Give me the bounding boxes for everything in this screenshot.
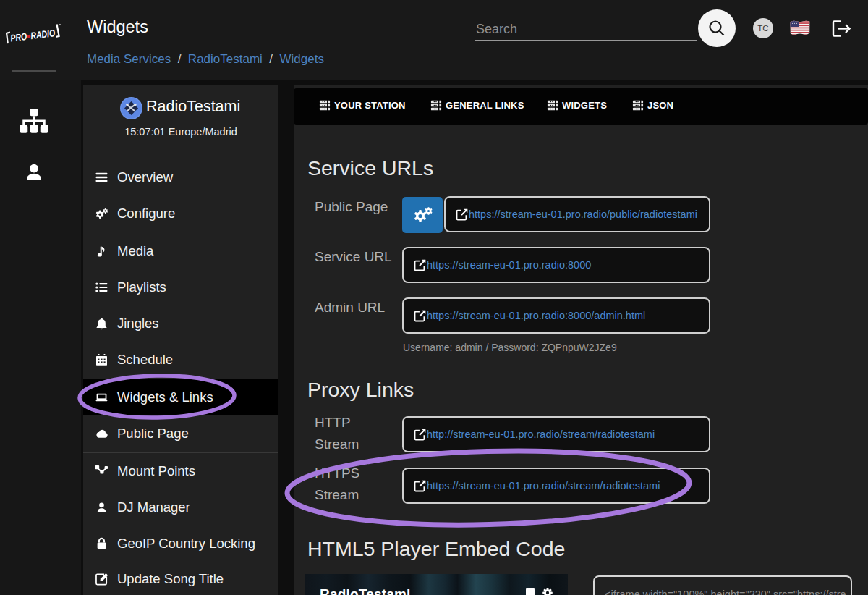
svg-text:RADIO: RADIO [30,28,56,42]
svg-text:PRO: PRO [10,31,28,44]
